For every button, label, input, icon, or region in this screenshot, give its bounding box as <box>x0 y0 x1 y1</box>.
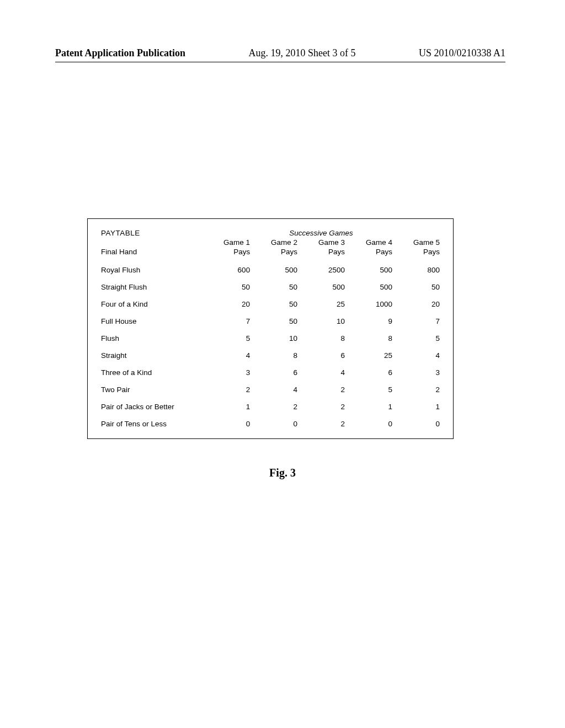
cell: 50 <box>250 291 297 308</box>
cell: 8 <box>345 325 392 342</box>
cell: 7 <box>392 308 440 325</box>
cell: 6 <box>250 360 297 377</box>
col-head-game3-l2: Pays <box>328 248 345 256</box>
table-row: Royal Flush 600 500 2500 500 800 <box>101 257 440 274</box>
paytable-column-header-row: Final Hand Game 1Pays Game 2Pays Game 3P… <box>101 238 440 257</box>
paytable-subhead: Successive Games <box>202 229 440 238</box>
cell: 0 <box>345 411 392 428</box>
cell: 50 <box>250 274 297 291</box>
hand-label: Royal Flush <box>101 257 202 274</box>
cell: 500 <box>297 274 345 291</box>
col-head-game2-l1: Game 2 <box>271 238 297 247</box>
paytable-title-row: PAYTABLE Successive Games <box>101 229 440 238</box>
col-head-final-hand: Final Hand <box>101 238 202 257</box>
cell: 1 <box>345 394 392 411</box>
cell: 0 <box>392 411 440 428</box>
cell: 10 <box>297 308 345 325</box>
cell: 5 <box>345 377 392 394</box>
cell: 20 <box>392 291 440 308</box>
header-rule <box>55 62 505 62</box>
cell: 4 <box>202 342 250 360</box>
cell: 2 <box>250 394 297 411</box>
cell: 3 <box>202 360 250 377</box>
cell: 2 <box>392 377 440 394</box>
cell: 50 <box>250 308 297 325</box>
table-row: Flush 5 10 8 8 5 <box>101 325 440 342</box>
table-row: Straight Flush 50 50 500 500 50 <box>101 274 440 291</box>
cell: 4 <box>392 342 440 360</box>
cell: 5 <box>392 325 440 342</box>
col-head-game2: Game 2Pays <box>250 238 297 257</box>
cell: 3 <box>392 360 440 377</box>
cell: 2 <box>297 411 345 428</box>
col-head-game5: Game 5Pays <box>392 238 440 257</box>
cell: 5 <box>202 325 250 342</box>
col-head-game5-l1: Game 5 <box>413 238 440 247</box>
paytable: PAYTABLE Successive Games Final Hand Gam… <box>101 229 440 428</box>
cell: 6 <box>297 342 345 360</box>
header-left: Patent Application Publication <box>55 47 185 59</box>
cell: 500 <box>250 257 297 274</box>
col-head-game4: Game 4Pays <box>345 238 392 257</box>
col-head-game3-l1: Game 3 <box>318 238 345 247</box>
hand-label: Pair of Jacks or Better <box>101 394 202 411</box>
cell: 6 <box>345 360 392 377</box>
cell: 800 <box>392 257 440 274</box>
col-head-game1-l2: Pays <box>233 248 250 256</box>
hand-label: Full House <box>101 308 202 325</box>
header-right: US 2010/0210338 A1 <box>419 47 505 59</box>
col-head-game1: Game 1Pays <box>202 238 250 257</box>
cell: 50 <box>202 274 250 291</box>
cell: 1 <box>392 394 440 411</box>
cell: 25 <box>297 291 345 308</box>
cell: 9 <box>345 308 392 325</box>
hand-label: Two Pair <box>101 377 202 394</box>
figure-label: Fig. 3 <box>0 467 565 479</box>
cell: 2 <box>297 377 345 394</box>
hand-label: Straight <box>101 342 202 360</box>
cell: 7 <box>202 308 250 325</box>
paytable-box: PAYTABLE Successive Games Final Hand Gam… <box>87 218 454 439</box>
table-row: Straight 4 8 6 25 4 <box>101 342 440 360</box>
col-head-game4-l2: Pays <box>376 248 392 256</box>
hand-label: Straight Flush <box>101 274 202 291</box>
cell: 2 <box>297 394 345 411</box>
cell: 4 <box>297 360 345 377</box>
cell: 600 <box>202 257 250 274</box>
cell: 50 <box>392 274 440 291</box>
cell: 10 <box>250 325 297 342</box>
cell: 2500 <box>297 257 345 274</box>
hand-label: Flush <box>101 325 202 342</box>
cell: 1000 <box>345 291 392 308</box>
cell: 4 <box>250 377 297 394</box>
table-row: Pair of Tens or Less 0 0 2 0 0 <box>101 411 440 428</box>
cell: 25 <box>345 342 392 360</box>
cell: 1 <box>202 394 250 411</box>
cell: 20 <box>202 291 250 308</box>
col-head-game5-l2: Pays <box>423 248 440 256</box>
col-head-game4-l1: Game 4 <box>366 238 392 247</box>
cell: 2 <box>202 377 250 394</box>
hand-label: Three of a Kind <box>101 360 202 377</box>
cell: 500 <box>345 257 392 274</box>
paytable-title: PAYTABLE <box>101 229 202 238</box>
table-row: Pair of Jacks or Better 1 2 2 1 1 <box>101 394 440 411</box>
cell: 8 <box>297 325 345 342</box>
cell: 500 <box>345 274 392 291</box>
col-head-game2-l2: Pays <box>281 248 297 256</box>
table-row: Two Pair 2 4 2 5 2 <box>101 377 440 394</box>
col-head-game1-l1: Game 1 <box>223 238 250 247</box>
cell: 0 <box>202 411 250 428</box>
col-head-game3: Game 3Pays <box>297 238 345 257</box>
page-header: Patent Application Publication Aug. 19, … <box>0 47 565 59</box>
hand-label: Four of a Kind <box>101 291 202 308</box>
cell: 0 <box>250 411 297 428</box>
table-row: Three of a Kind 3 6 4 6 3 <box>101 360 440 377</box>
table-row: Four of a Kind 20 50 25 1000 20 <box>101 291 440 308</box>
cell: 8 <box>250 342 297 360</box>
hand-label: Pair of Tens or Less <box>101 411 202 428</box>
table-row: Full House 7 50 10 9 7 <box>101 308 440 325</box>
header-center: Aug. 19, 2010 Sheet 3 of 5 <box>249 47 356 59</box>
